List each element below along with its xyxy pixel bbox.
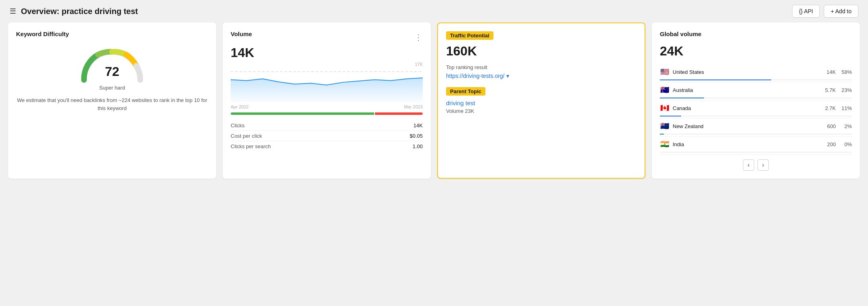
stats-table: Clicks 14K Cost per click $0.05 Clicks p… <box>231 120 423 151</box>
country-volume: 2.7K <box>821 105 836 111</box>
country-volume: 200 <box>821 141 836 147</box>
kd-description: We estimate that you'll need backlinks f… <box>16 96 208 112</box>
keyword-difficulty-card: Keyword Difficulty 72 Super hard We esti… <box>8 22 216 179</box>
country-row: 🇺🇸 United States 14K 58% <box>660 65 852 79</box>
country-item: 🇳🇿 New Zealand 600 2% <box>660 119 852 137</box>
countries-list: 🇺🇸 United States 14K 58% 🇦🇺 Australia 5.… <box>660 65 852 155</box>
country-bar-wrap <box>660 134 852 135</box>
stats-row-cpc: Cost per click $0.05 <box>231 131 423 141</box>
page-title: Overview: practice driving test <box>21 7 138 16</box>
header-left: ☰ Overview: practice driving test <box>10 7 138 16</box>
svg-text:72: 72 <box>105 64 119 79</box>
global-volume-value: 24K <box>660 44 852 59</box>
country-item: 🇺🇸 United States 14K 58% <box>660 65 852 82</box>
chart-date-end: Mar 2023 <box>404 104 423 109</box>
cps-label: Clicks per search <box>231 143 271 149</box>
traffic-potential-card: Traffic Potential 160K Top ranking resul… <box>437 22 645 179</box>
country-bar <box>660 134 664 135</box>
country-name: Australia <box>673 87 818 93</box>
country-name: United States <box>673 69 818 75</box>
country-bar <box>660 80 771 80</box>
pagination: ‹ › <box>660 159 852 171</box>
parent-volume: Volume 23K <box>446 108 637 114</box>
country-item: 🇮🇳 India 200 0% <box>660 137 852 155</box>
chart-labels-bottom: Apr 2022 Mar 2023 <box>231 104 423 109</box>
clicks-value: 14K <box>414 122 423 129</box>
country-volume: 5.7K <box>821 87 836 93</box>
gauge-container: 72 Super hard <box>16 44 208 91</box>
cps-value: 1.00 <box>413 143 423 149</box>
volume-value: 14K <box>231 45 423 60</box>
traffic-value: 160K <box>446 44 637 59</box>
country-item: 🇨🇦 Canada 2.7K 11% <box>660 101 852 118</box>
country-flag-icon: 🇮🇳 <box>660 140 669 149</box>
country-volume: 14K <box>821 69 836 75</box>
volume-menu-icon[interactable]: ⋮ <box>414 33 423 42</box>
country-row: 🇦🇺 Australia 5.7K 23% <box>660 83 852 97</box>
country-item: 🇦🇺 Australia 5.7K 23% <box>660 83 852 100</box>
top-ranking-url: https://driving-tests.org/ <box>446 73 505 79</box>
add-to-button[interactable]: + Add to <box>824 5 858 18</box>
country-flag-icon: 🇨🇦 <box>660 104 669 112</box>
dropdown-arrow-icon: ▾ <box>506 73 509 79</box>
chart-top-label: 17K <box>415 62 423 67</box>
line-chart-svg <box>231 62 423 102</box>
country-bar-wrap <box>660 116 852 116</box>
country-flag-icon: 🇦🇺 <box>660 86 669 94</box>
chart-date-start: Apr 2022 <box>231 104 249 109</box>
country-bar <box>660 98 704 98</box>
top-ranking-label: Top ranking result <box>446 64 637 70</box>
next-page-button[interactable]: › <box>757 159 769 171</box>
volume-card-title: Volume <box>231 31 252 37</box>
stats-row-clicks: Clicks 14K <box>231 120 423 131</box>
stats-row-cps: Clicks per search 1.00 <box>231 141 423 151</box>
clicks-progress-bar <box>231 112 423 115</box>
cpc-label: Cost per click <box>231 133 262 139</box>
volume-header: Volume ⋮ <box>231 31 423 44</box>
country-pct: 11% <box>839 105 852 111</box>
gauge-svg: 72 <box>76 44 148 84</box>
global-card-title: Global volume <box>660 31 852 37</box>
volume-card: Volume ⋮ 14K 17K Apr 202 <box>223 22 431 179</box>
country-bar-wrap <box>660 80 852 80</box>
country-bar-wrap <box>660 152 852 153</box>
kd-card-title: Keyword Difficulty <box>16 31 208 37</box>
country-pct: 2% <box>839 123 852 129</box>
progress-orange <box>375 112 423 115</box>
country-pct: 0% <box>839 141 852 147</box>
cards-container: Keyword Difficulty 72 Super hard We esti… <box>0 22 868 187</box>
header: ☰ Overview: practice driving test {} API… <box>0 0 868 22</box>
header-right: {} API + Add to <box>792 5 858 18</box>
parent-topic-link[interactable]: driving test <box>446 100 637 106</box>
country-bar <box>660 116 681 116</box>
country-row: 🇮🇳 India 200 0% <box>660 137 852 151</box>
country-pct: 58% <box>839 69 852 75</box>
volume-chart: 17K <box>231 62 423 102</box>
country-flag-icon: 🇺🇸 <box>660 67 669 76</box>
cpc-value: $0.05 <box>409 133 423 139</box>
country-pct: 23% <box>839 87 852 93</box>
api-button[interactable]: {} API <box>792 5 820 18</box>
country-bar-wrap <box>660 98 852 98</box>
prev-page-button[interactable]: ‹ <box>743 159 754 171</box>
hamburger-icon[interactable]: ☰ <box>10 7 16 16</box>
parent-topic-badge: Parent Topic <box>446 87 485 96</box>
progress-green <box>231 112 374 115</box>
country-row: 🇨🇦 Canada 2.7K 11% <box>660 101 852 115</box>
traffic-badge: Traffic Potential <box>446 31 493 40</box>
country-flag-icon: 🇳🇿 <box>660 122 669 131</box>
clicks-label: Clicks <box>231 122 245 129</box>
top-ranking-link[interactable]: https://driving-tests.org/ ▾ <box>446 73 637 79</box>
kd-difficulty-label: Super hard <box>99 85 125 91</box>
country-name: Canada <box>673 105 818 111</box>
global-volume-card: Global volume 24K 🇺🇸 United States 14K 5… <box>652 22 860 179</box>
country-name: New Zealand <box>673 123 818 129</box>
country-name: India <box>673 141 818 147</box>
country-volume: 600 <box>821 123 836 129</box>
country-row: 🇳🇿 New Zealand 600 2% <box>660 119 852 133</box>
